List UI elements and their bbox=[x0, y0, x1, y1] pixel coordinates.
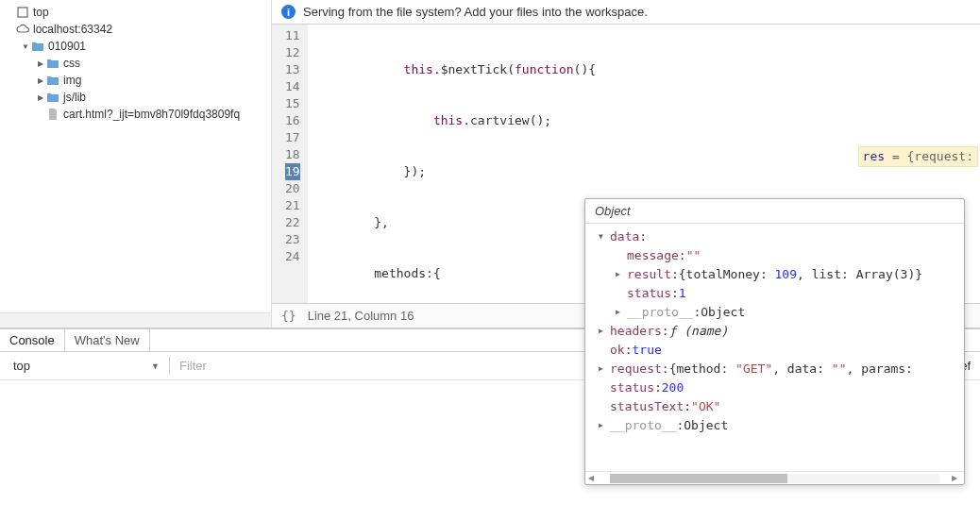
context-selector[interactable]: top ▼ bbox=[9, 357, 170, 375]
folder-icon bbox=[31, 40, 44, 53]
tree-row-folder[interactable]: ▼ 010901 bbox=[0, 38, 271, 55]
caret-icon: ▼ bbox=[21, 42, 30, 51]
scroll-thumb[interactable] bbox=[610, 474, 787, 483]
inline-value-hint: res = {request: bbox=[858, 146, 978, 167]
popup-title: Object bbox=[585, 199, 964, 224]
tree-label: css bbox=[63, 57, 80, 70]
scroll-right-icon[interactable]: ▶ bbox=[952, 474, 961, 482]
gutter[interactable]: 11121314 15161718 19202122 2324 bbox=[272, 25, 308, 303]
tree-label: cart.html?_ijt=bmv8h70l9fdq3809fq bbox=[63, 108, 240, 121]
info-bar: i Serving from the file system? Add your… bbox=[272, 0, 980, 25]
tree-row-host[interactable]: localhost:63342 bbox=[0, 21, 271, 38]
tree-row-top[interactable]: top bbox=[0, 4, 271, 21]
folder-icon bbox=[46, 91, 59, 104]
context-label: top bbox=[13, 359, 30, 373]
tree-label: 010901 bbox=[48, 40, 86, 53]
tree-label: top bbox=[33, 6, 49, 19]
tree-label: img bbox=[63, 74, 81, 87]
chevron-down-icon: ▼ bbox=[151, 361, 160, 371]
info-icon: i bbox=[281, 5, 296, 19]
folder-icon bbox=[46, 57, 59, 70]
caret-icon bbox=[36, 109, 45, 119]
caret-icon bbox=[6, 25, 15, 34]
cursor-position: Line 21, Column 16 bbox=[308, 309, 414, 323]
tree-label: localhost:63342 bbox=[33, 23, 112, 36]
cloud-icon bbox=[16, 23, 29, 36]
file-tree-sidebar: top localhost:63342 ▼ 010901 ▶ bbox=[0, 0, 272, 328]
tab-whats-new[interactable]: What's New bbox=[65, 329, 150, 351]
braces-icon[interactable]: {} bbox=[281, 309, 296, 323]
tree-row-file[interactable]: cart.html?_ijt=bmv8h70l9fdq3809fq bbox=[0, 106, 271, 123]
scroll-left-icon[interactable]: ◀ bbox=[588, 474, 598, 482]
caret-icon: ▶ bbox=[36, 76, 45, 85]
object-inspector-popup[interactable]: Object ▼data: message: "" ▶result: {tota… bbox=[584, 198, 965, 485]
h-scrollbar[interactable] bbox=[0, 312, 271, 328]
tree-row-folder[interactable]: ▶ img bbox=[0, 72, 271, 89]
caret-icon: ▶ bbox=[36, 92, 45, 102]
file-icon bbox=[46, 108, 59, 121]
tree-row-folder[interactable]: ▶ css bbox=[0, 55, 271, 72]
popup-body[interactable]: ▼data: message: "" ▶result: {totalMoney:… bbox=[585, 224, 964, 471]
svg-rect-0 bbox=[18, 8, 27, 17]
caret-icon: ▶ bbox=[36, 59, 45, 68]
popup-h-scrollbar[interactable]: ◀ ▶ bbox=[585, 471, 964, 484]
folder-icon bbox=[46, 74, 59, 87]
info-text: Serving from the file system? Add your f… bbox=[303, 5, 648, 19]
tab-console[interactable]: Console bbox=[0, 329, 65, 351]
caret-icon bbox=[6, 8, 15, 17]
file-tree[interactable]: top localhost:63342 ▼ 010901 ▶ bbox=[0, 0, 271, 312]
scroll-track[interactable] bbox=[610, 474, 939, 483]
tree-row-folder[interactable]: ▶ js/lib bbox=[0, 89, 271, 106]
tree-label: js/lib bbox=[63, 91, 86, 104]
frame-icon bbox=[16, 6, 29, 19]
